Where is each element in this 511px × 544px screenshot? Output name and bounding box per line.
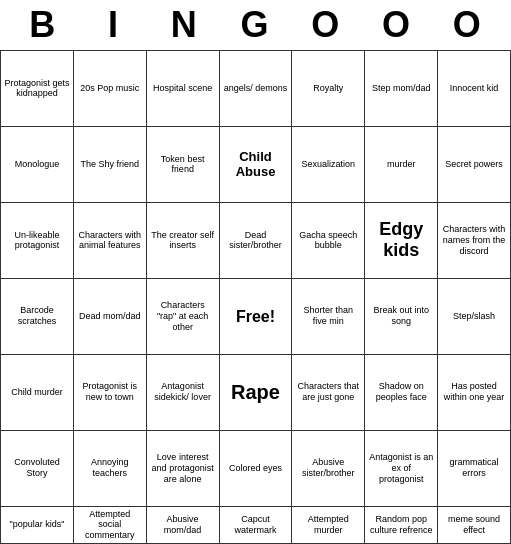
bingo-cell-7[interactable]: Monologue: [1, 127, 74, 203]
bingo-cell-24[interactable]: Free!: [220, 279, 293, 355]
title-b: B: [8, 4, 79, 46]
bingo-cell-48[interactable]: meme sound effect: [438, 507, 511, 544]
bingo-cell-28[interactable]: Child murder: [1, 355, 74, 431]
title-g: G: [220, 4, 291, 46]
bingo-cell-9[interactable]: Token best friend: [147, 127, 220, 203]
bingo-cell-46[interactable]: Attempted murder: [292, 507, 365, 544]
bingo-grid: Protagonist gets kidnapped20s Pop musicH…: [0, 50, 511, 544]
bingo-cell-13[interactable]: Secret powers: [438, 127, 511, 203]
title-o3: O: [432, 4, 503, 46]
bingo-cell-31[interactable]: Rape: [220, 355, 293, 431]
bingo-cell-26[interactable]: Break out into song: [365, 279, 438, 355]
bingo-cell-42[interactable]: "popular kids": [1, 507, 74, 544]
title-n: N: [149, 4, 220, 46]
bingo-cell-30[interactable]: Antagonist sidekick/ lover: [147, 355, 220, 431]
title-o2: O: [362, 4, 433, 46]
bingo-cell-3[interactable]: angels/ demons: [220, 51, 293, 127]
bingo-cell-0[interactable]: Protagonist gets kidnapped: [1, 51, 74, 127]
bingo-cell-47[interactable]: Random pop culture refrence: [365, 507, 438, 544]
bingo-cell-44[interactable]: Abusive mom/dad: [147, 507, 220, 544]
bingo-cell-6[interactable]: Innocent kid: [438, 51, 511, 127]
bingo-cell-23[interactable]: Characters "rap" at each other: [147, 279, 220, 355]
bingo-cell-29[interactable]: Protagonist is new to town: [74, 355, 147, 431]
bingo-cell-5[interactable]: Step mom/dad: [365, 51, 438, 127]
bingo-cell-15[interactable]: Characters with animal features: [74, 203, 147, 279]
bingo-cell-20[interactable]: Characters with names from the discord: [438, 203, 511, 279]
bingo-cell-37[interactable]: Love interest and protagonist are alone: [147, 431, 220, 507]
bingo-cell-10[interactable]: Child Abuse: [220, 127, 293, 203]
bingo-cell-2[interactable]: Hospital scene: [147, 51, 220, 127]
bingo-cell-35[interactable]: Convoluted Story: [1, 431, 74, 507]
bingo-cell-39[interactable]: Abusive sister/brother: [292, 431, 365, 507]
bingo-cell-34[interactable]: Has posted within one year: [438, 355, 511, 431]
bingo-cell-25[interactable]: Shorter than five min: [292, 279, 365, 355]
bingo-cell-21[interactable]: Barcode scratches: [1, 279, 74, 355]
bingo-cell-8[interactable]: The Shy friend: [74, 127, 147, 203]
bingo-title: B I N G O O O: [0, 0, 511, 50]
bingo-cell-16[interactable]: The creator self inserts: [147, 203, 220, 279]
bingo-cell-32[interactable]: Characters that are just gone: [292, 355, 365, 431]
title-o1: O: [291, 4, 362, 46]
bingo-cell-41[interactable]: grammatical errors: [438, 431, 511, 507]
bingo-cell-36[interactable]: Annoying teachers: [74, 431, 147, 507]
bingo-cell-33[interactable]: Shadow on peoples face: [365, 355, 438, 431]
bingo-cell-40[interactable]: Antagonist is an ex of protagonist: [365, 431, 438, 507]
bingo-cell-4[interactable]: Royalty: [292, 51, 365, 127]
title-i: I: [79, 4, 150, 46]
bingo-cell-12[interactable]: murder: [365, 127, 438, 203]
bingo-cell-27[interactable]: Step/slash: [438, 279, 511, 355]
bingo-cell-17[interactable]: Dead sister/brother: [220, 203, 293, 279]
bingo-cell-45[interactable]: Capcut watermark: [220, 507, 293, 544]
bingo-cell-19[interactable]: Edgy kids: [365, 203, 438, 279]
bingo-cell-11[interactable]: Sexualization: [292, 127, 365, 203]
bingo-cell-38[interactable]: Colored eyes: [220, 431, 293, 507]
bingo-cell-18[interactable]: Gacha speech bubble: [292, 203, 365, 279]
bingo-cell-14[interactable]: Un-likeable protagonist: [1, 203, 74, 279]
bingo-cell-43[interactable]: Attempted social commentary: [74, 507, 147, 544]
bingo-cell-22[interactable]: Dead mom/dad: [74, 279, 147, 355]
bingo-cell-1[interactable]: 20s Pop music: [74, 51, 147, 127]
